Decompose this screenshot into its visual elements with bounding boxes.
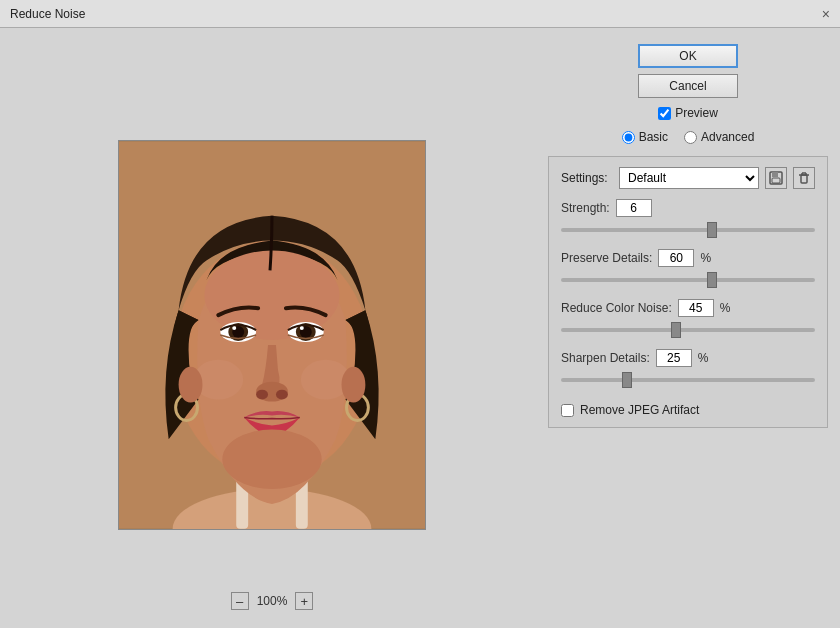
reduce-color-noise-slider-group: Reduce Color Noise: %: [561, 299, 815, 335]
advanced-radio[interactable]: [684, 131, 697, 144]
mode-row: Basic Advanced: [548, 130, 828, 144]
dialog-body: – 100% + OK Cancel Preview Basic Advance…: [0, 28, 840, 628]
basic-radio[interactable]: [622, 131, 635, 144]
settings-select[interactable]: Default: [619, 167, 759, 189]
strength-slider[interactable]: [561, 228, 815, 232]
artifact-row: Remove JPEG Artifact: [561, 403, 815, 417]
sharpen-details-slider[interactable]: [561, 378, 815, 382]
sharpen-details-value-input[interactable]: [656, 349, 692, 367]
basic-label: Basic: [639, 130, 668, 144]
sharpen-details-label-row: Sharpen Details: %: [561, 349, 815, 367]
cancel-button[interactable]: Cancel: [638, 74, 738, 98]
strength-label-row: Strength:: [561, 199, 815, 217]
svg-rect-26: [772, 172, 778, 177]
trash-icon: [797, 171, 811, 185]
zoom-level: 100%: [257, 594, 288, 608]
strength-value-input[interactable]: [616, 199, 652, 217]
strength-label: Strength:: [561, 201, 610, 215]
settings-row: Settings: Default: [561, 167, 815, 189]
delete-preset-button[interactable]: [793, 167, 815, 189]
preview-label: Preview: [675, 106, 718, 120]
basic-mode-option[interactable]: Basic: [622, 130, 668, 144]
preserve-details-unit: %: [700, 251, 711, 265]
preserve-details-label-row: Preserve Details: %: [561, 249, 815, 267]
strength-slider-group: Strength:: [561, 199, 815, 235]
svg-point-17: [276, 390, 288, 400]
svg-rect-28: [801, 175, 807, 183]
preview-image: [119, 140, 425, 530]
reduce-color-noise-slider[interactable]: [561, 328, 815, 332]
close-button[interactable]: ×: [822, 7, 830, 21]
preserve-details-label: Preserve Details:: [561, 251, 652, 265]
advanced-mode-option[interactable]: Advanced: [684, 130, 754, 144]
sharpen-details-unit: %: [698, 351, 709, 365]
controls-area: OK Cancel Preview Basic Advanced Setting…: [548, 40, 828, 616]
preview-area: – 100% +: [12, 40, 532, 616]
image-frame: [118, 140, 426, 530]
preview-check-row: Preview: [548, 106, 828, 120]
preserve-details-slider[interactable]: [561, 278, 815, 282]
save-preset-button[interactable]: [765, 167, 787, 189]
preserve-details-value-input[interactable]: [658, 249, 694, 267]
save-icon: [769, 171, 783, 185]
preview-checkbox[interactable]: [658, 107, 671, 120]
title-bar: Reduce Noise ×: [0, 0, 840, 28]
svg-point-18: [222, 429, 321, 489]
svg-point-14: [300, 326, 304, 330]
svg-point-23: [179, 367, 203, 403]
artifact-checkbox[interactable]: [561, 404, 574, 417]
artifact-label: Remove JPEG Artifact: [580, 403, 699, 417]
zoom-decrease-button[interactable]: –: [231, 592, 249, 610]
action-buttons: OK Cancel: [548, 44, 828, 98]
ok-button[interactable]: OK: [638, 44, 738, 68]
zoom-controls: – 100% +: [231, 592, 314, 610]
reduce-color-noise-label-row: Reduce Color Noise: %: [561, 299, 815, 317]
svg-point-16: [256, 390, 268, 400]
settings-panel: Settings: Default: [548, 156, 828, 428]
zoom-increase-button[interactable]: +: [295, 592, 313, 610]
sharpen-details-slider-group: Sharpen Details: %: [561, 349, 815, 385]
svg-point-24: [342, 367, 366, 403]
preserve-details-slider-group: Preserve Details: %: [561, 249, 815, 285]
reduce-color-noise-unit: %: [720, 301, 731, 315]
svg-point-10: [232, 326, 236, 330]
advanced-label: Advanced: [701, 130, 754, 144]
dialog-title: Reduce Noise: [10, 7, 85, 21]
settings-label: Settings:: [561, 171, 613, 185]
reduce-color-noise-value-input[interactable]: [678, 299, 714, 317]
svg-rect-27: [772, 178, 780, 183]
sharpen-details-label: Sharpen Details:: [561, 351, 650, 365]
reduce-color-noise-label: Reduce Color Noise:: [561, 301, 672, 315]
